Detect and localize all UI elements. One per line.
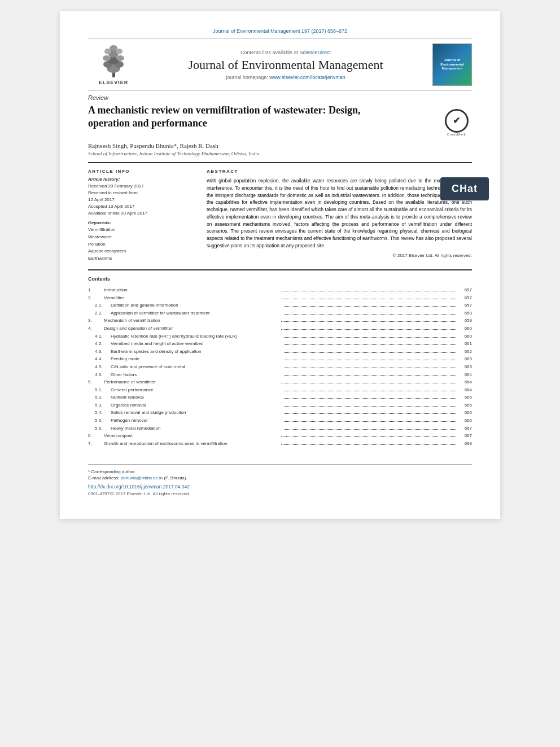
toc-dots	[281, 299, 457, 299]
toc-page: 665	[458, 401, 472, 409]
toc-page: 666	[458, 417, 472, 425]
toc-entry: 5.1.General performance664	[88, 386, 472, 394]
article-section-label: Review	[88, 94, 472, 101]
toc-label: Definition and general information	[111, 302, 283, 309]
copyright-notice: © 2017 Elsevier Ltd. All rights reserved…	[207, 253, 472, 258]
revised-date: 12 April 2017	[88, 196, 195, 203]
toc-label: Vermicompost	[104, 432, 279, 440]
toc-label: Hydraulic retention rate (HRT) and hydra…	[111, 333, 283, 340]
toc-entry: 2.2.Application of vermifilter for waste…	[88, 309, 472, 317]
email-line: E-mail address: pbhunia@iitbbs.ac.in (P.…	[88, 475, 472, 480]
journal-cover-thumbnail: Journal of Environmental Management	[432, 43, 472, 86]
toc-number: 4.2.	[88, 340, 111, 348]
toc-dots	[285, 398, 457, 399]
author-email-link[interactable]: pbhunia@iitbbs.ac.in	[121, 475, 163, 480]
toc-label: Earthworm species and density of applica…	[111, 348, 283, 356]
toc-number: 4.	[88, 325, 104, 333]
toc-entry: 5.2.Nutrient removal665	[88, 394, 472, 401]
toc-label: Introduction	[104, 286, 279, 294]
toc-page: 667	[458, 425, 472, 433]
toc-number: 5.	[88, 378, 104, 386]
toc-number: 5.4.	[88, 409, 111, 417]
toc-page: 660	[458, 333, 472, 340]
toc-entry: 4.Design and operation of vermifilter660	[88, 325, 472, 333]
toc-page: 663	[458, 363, 472, 371]
journal-homepage-link[interactable]: www.elsevier.com/locate/jenvman	[269, 75, 345, 80]
toc-entry: 5.3.Organics removal665	[88, 401, 472, 409]
toc-page: 658	[458, 317, 472, 325]
toc-entry: 5.4.Solids removal and sludge production…	[88, 409, 472, 417]
toc-number: 4.6.	[88, 371, 111, 379]
toc-page: 666	[458, 409, 472, 417]
received-date: Received 20 February 2017	[88, 183, 195, 190]
doi-link[interactable]: http://dx.doi.org/10.1016/j.jenvman.2017…	[88, 484, 472, 490]
toc-number: 2.2.	[88, 309, 111, 317]
toc-dots	[285, 413, 457, 414]
toc-entry: 5.Performance of vermifilter664	[88, 378, 472, 386]
toc-number: 6.	[88, 432, 104, 440]
toc-entry: 2.Vermifilter657	[88, 294, 472, 302]
keywords-list: VermifiltrationWastewaterPollutionAquati…	[88, 226, 195, 263]
keywords-label: Keywords:	[88, 220, 195, 225]
toc-page: 657	[458, 286, 472, 294]
abstract-text: With global population explosion, the av…	[207, 177, 472, 250]
article-title: A mechanistic review on vermifiltration …	[88, 104, 376, 130]
toc-dots	[285, 375, 457, 376]
toc-dots	[285, 406, 457, 407]
svg-point-10	[110, 45, 117, 51]
toc-entry: 3.Mechanism of vermifiltration658	[88, 317, 472, 325]
toc-label: Vermifilter	[104, 294, 279, 302]
sciencedirect-info: Contents lists available at ScienceDirec…	[139, 50, 432, 55]
abstract-column: ABSTRACT With global population explosio…	[207, 169, 472, 263]
journal-header-center: Contents lists available at ScienceDirec…	[139, 50, 432, 80]
toc-label: Vermibed media and height of active verm…	[111, 340, 283, 348]
toc-label: Feeding mode	[111, 355, 283, 363]
toc-dots	[285, 337, 457, 338]
toc-entry: 7.Growth and reproduction of earthworms …	[88, 440, 472, 448]
journal-header: ELSEVIER Contents lists available at Sci…	[88, 38, 472, 91]
toc-list: 1.Introduction6572.Vermifilter6572.1.Def…	[88, 286, 472, 447]
toc-entry: 4.5.C/N ratio and presence of toxic meta…	[88, 363, 472, 371]
toc-dots	[281, 383, 457, 383]
toc-dots	[281, 444, 457, 445]
article-authors: Rajneesh Singh, Puspendu Bhunia*, Rajesh…	[88, 142, 472, 149]
toc-number: 5.6.	[88, 425, 111, 433]
toc-dots	[281, 291, 457, 291]
chat-badge[interactable]: CHat	[440, 177, 489, 200]
toc-number: 2.1.	[88, 302, 111, 309]
toc-dots	[285, 368, 457, 368]
toc-number: 4.1.	[88, 333, 111, 340]
toc-number: 2.	[88, 294, 104, 302]
toc-page: 668	[458, 440, 472, 448]
toc-entry: 2.1.Definition and general information65…	[88, 302, 472, 309]
toc-label: C/N ratio and presence of toxic metal	[111, 363, 283, 371]
toc-entry: 5.5.Pathogen removal666	[88, 417, 472, 425]
elsevier-logo: ELSEVIER	[88, 45, 139, 85]
toc-dots	[285, 391, 457, 391]
toc-label: Application of vermifilter for wastewate…	[111, 309, 283, 317]
toc-dots	[285, 344, 457, 345]
toc-dots	[285, 429, 457, 430]
toc-entry: 4.4.Feeding mode663	[88, 355, 472, 363]
elsevier-brand-text: ELSEVIER	[99, 80, 129, 85]
keyword-item: Vermifiltration	[88, 226, 195, 234]
keyword-item: Earthworms	[88, 255, 195, 263]
toc-page: 661	[458, 340, 472, 348]
toc-number: 5.3.	[88, 401, 111, 409]
article-info-column: ARTICLE INFO Article history: Received 2…	[88, 169, 195, 263]
toc-label: Organics removal	[111, 401, 283, 409]
toc-label: Mechanism of vermifiltration	[104, 317, 279, 325]
abstract-heading: ABSTRACT	[207, 169, 472, 174]
crossmark-badge[interactable]: ✔ CrossMark	[441, 107, 472, 138]
crossmark-icon: ✔	[445, 109, 469, 133]
svg-point-5	[103, 55, 111, 61]
toc-dots	[285, 360, 457, 360]
toc-label: Design and operation of vermifilter	[104, 325, 279, 333]
article-affiliation: School of Infrastructure, Indian Institu…	[88, 151, 472, 156]
toc-page: 667	[458, 432, 472, 440]
toc-dots	[281, 436, 457, 437]
toc-page: 660	[458, 325, 472, 333]
toc-page: 664	[458, 378, 472, 386]
sciencedirect-link[interactable]: ScienceDirect	[300, 50, 331, 55]
toc-page: 663	[458, 355, 472, 363]
